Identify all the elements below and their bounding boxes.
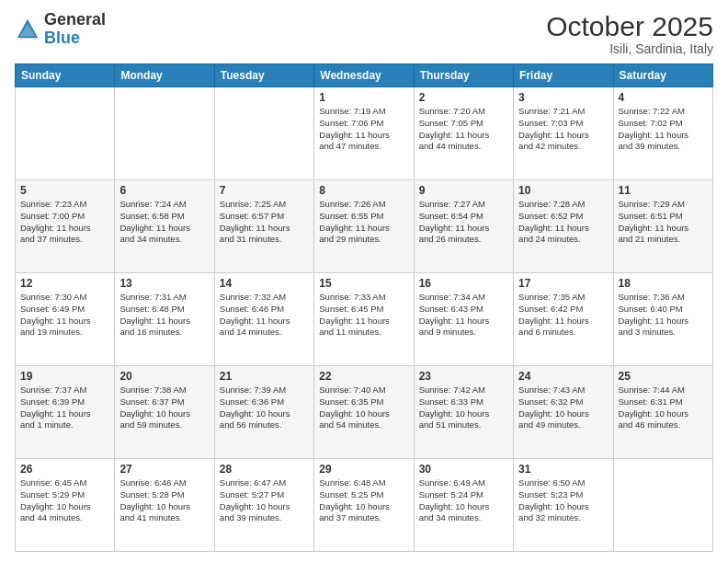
day-number: 19 <box>20 370 109 383</box>
calendar-cell: 30Sunrise: 6:49 AM Sunset: 5:24 PM Dayli… <box>414 459 513 552</box>
calendar-cell: 26Sunrise: 6:45 AM Sunset: 5:29 PM Dayli… <box>16 459 115 552</box>
calendar-cell: 10Sunrise: 7:28 AM Sunset: 6:52 PM Dayli… <box>514 180 613 273</box>
day-number: 6 <box>119 184 209 197</box>
day-info: Sunrise: 7:29 AM Sunset: 6:51 PM Dayligh… <box>619 199 708 246</box>
calendar-cell: 17Sunrise: 7:35 AM Sunset: 6:42 PM Dayli… <box>514 273 613 366</box>
calendar-cell: 5Sunrise: 7:23 AM Sunset: 7:00 PM Daylig… <box>16 180 115 273</box>
calendar-cell: 31Sunrise: 6:50 AM Sunset: 5:23 PM Dayli… <box>514 459 613 552</box>
calendar-cell: 14Sunrise: 7:32 AM Sunset: 6:46 PM Dayli… <box>214 273 313 366</box>
day-number: 17 <box>518 277 608 290</box>
calendar-cell: 21Sunrise: 7:39 AM Sunset: 6:36 PM Dayli… <box>214 366 313 459</box>
day-number: 28 <box>220 463 309 476</box>
calendar-cell: 2Sunrise: 7:20 AM Sunset: 7:05 PM Daylig… <box>414 87 513 180</box>
calendar-cell <box>613 459 712 552</box>
day-info: Sunrise: 7:19 AM Sunset: 7:06 PM Dayligh… <box>319 106 408 153</box>
logo: General Blue <box>15 11 106 48</box>
day-info: Sunrise: 6:50 AM Sunset: 5:23 PM Dayligh… <box>518 477 608 524</box>
logo-icon <box>15 17 40 42</box>
calendar-cell: 29Sunrise: 6:48 AM Sunset: 5:25 PM Dayli… <box>314 459 414 552</box>
day-info: Sunrise: 7:31 AM Sunset: 6:48 PM Dayligh… <box>119 292 209 339</box>
calendar-cell: 9Sunrise: 7:27 AM Sunset: 6:54 PM Daylig… <box>414 180 513 273</box>
day-info: Sunrise: 7:40 AM Sunset: 6:35 PM Dayligh… <box>319 385 408 431</box>
day-info: Sunrise: 7:39 AM Sunset: 6:36 PM Dayligh… <box>220 385 309 431</box>
day-info: Sunrise: 7:37 AM Sunset: 6:39 PM Dayligh… <box>20 385 109 431</box>
day-number: 9 <box>419 184 508 197</box>
calendar-header-saturday: Saturday <box>613 64 712 87</box>
calendar-header-friday: Friday <box>514 64 613 87</box>
calendar-cell: 16Sunrise: 7:34 AM Sunset: 6:43 PM Dayli… <box>414 273 513 366</box>
calendar-cell: 12Sunrise: 7:30 AM Sunset: 6:49 PM Dayli… <box>16 273 115 366</box>
day-number: 8 <box>319 184 408 197</box>
calendar-cell: 15Sunrise: 7:33 AM Sunset: 6:45 PM Dayli… <box>314 273 414 366</box>
day-number: 4 <box>619 91 708 104</box>
day-info: Sunrise: 7:32 AM Sunset: 6:46 PM Dayligh… <box>220 292 309 339</box>
calendar-cell: 1Sunrise: 7:19 AM Sunset: 7:06 PM Daylig… <box>314 87 414 180</box>
day-number: 13 <box>119 277 209 290</box>
day-info: Sunrise: 7:22 AM Sunset: 7:02 PM Dayligh… <box>619 106 708 153</box>
day-info: Sunrise: 7:38 AM Sunset: 6:37 PM Dayligh… <box>119 385 209 431</box>
day-info: Sunrise: 7:36 AM Sunset: 6:40 PM Dayligh… <box>619 292 708 339</box>
calendar: SundayMondayTuesdayWednesdayThursdayFrid… <box>15 63 713 552</box>
day-number: 25 <box>619 370 708 383</box>
day-number: 21 <box>220 370 309 383</box>
day-number: 31 <box>518 463 608 476</box>
day-info: Sunrise: 7:33 AM Sunset: 6:45 PM Dayligh… <box>319 292 408 339</box>
day-number: 10 <box>518 184 608 197</box>
calendar-header-sunday: Sunday <box>16 64 115 87</box>
calendar-cell: 20Sunrise: 7:38 AM Sunset: 6:37 PM Dayli… <box>115 366 214 459</box>
calendar-cell: 19Sunrise: 7:37 AM Sunset: 6:39 PM Dayli… <box>16 366 115 459</box>
logo-text: General Blue <box>44 11 106 48</box>
calendar-header-monday: Monday <box>115 64 214 87</box>
day-info: Sunrise: 7:24 AM Sunset: 6:58 PM Dayligh… <box>119 199 209 246</box>
calendar-header-wednesday: Wednesday <box>314 64 414 87</box>
day-info: Sunrise: 7:23 AM Sunset: 7:00 PM Dayligh… <box>20 199 109 246</box>
day-number: 12 <box>20 277 109 290</box>
day-info: Sunrise: 7:28 AM Sunset: 6:52 PM Dayligh… <box>518 199 608 246</box>
day-number: 24 <box>518 370 608 383</box>
day-info: Sunrise: 7:25 AM Sunset: 6:57 PM Dayligh… <box>220 199 309 246</box>
calendar-cell: 8Sunrise: 7:26 AM Sunset: 6:55 PM Daylig… <box>314 180 414 273</box>
calendar-cell <box>115 87 214 180</box>
calendar-cell: 22Sunrise: 7:40 AM Sunset: 6:35 PM Dayli… <box>314 366 414 459</box>
calendar-cell: 23Sunrise: 7:42 AM Sunset: 6:33 PM Dayli… <box>414 366 513 459</box>
day-info: Sunrise: 6:48 AM Sunset: 5:25 PM Dayligh… <box>319 477 408 524</box>
day-number: 27 <box>119 463 209 476</box>
header: General Blue October 2025 Isili, Sardini… <box>15 11 713 56</box>
calendar-header-row: SundayMondayTuesdayWednesdayThursdayFrid… <box>16 64 713 87</box>
day-info: Sunrise: 7:34 AM Sunset: 6:43 PM Dayligh… <box>419 292 508 339</box>
day-number: 14 <box>220 277 309 290</box>
day-info: Sunrise: 7:35 AM Sunset: 6:42 PM Dayligh… <box>518 292 608 339</box>
calendar-cell: 7Sunrise: 7:25 AM Sunset: 6:57 PM Daylig… <box>214 180 313 273</box>
calendar-cell: 27Sunrise: 6:46 AM Sunset: 5:28 PM Dayli… <box>115 459 214 552</box>
day-number: 1 <box>319 91 408 104</box>
calendar-cell: 24Sunrise: 7:43 AM Sunset: 6:32 PM Dayli… <box>514 366 613 459</box>
day-number: 7 <box>220 184 309 197</box>
calendar-cell: 28Sunrise: 6:47 AM Sunset: 5:27 PM Dayli… <box>214 459 313 552</box>
calendar-cell: 11Sunrise: 7:29 AM Sunset: 6:51 PM Dayli… <box>613 180 712 273</box>
day-number: 22 <box>319 370 408 383</box>
calendar-cell <box>16 87 115 180</box>
day-info: Sunrise: 7:42 AM Sunset: 6:33 PM Dayligh… <box>419 385 508 431</box>
calendar-header-tuesday: Tuesday <box>214 64 313 87</box>
page: General Blue October 2025 Isili, Sardini… <box>0 0 728 563</box>
day-info: Sunrise: 7:44 AM Sunset: 6:31 PM Dayligh… <box>619 385 708 431</box>
day-number: 29 <box>319 463 408 476</box>
day-number: 20 <box>119 370 209 383</box>
day-number: 26 <box>20 463 109 476</box>
day-info: Sunrise: 6:45 AM Sunset: 5:29 PM Dayligh… <box>20 477 109 524</box>
day-info: Sunrise: 7:27 AM Sunset: 6:54 PM Dayligh… <box>419 199 508 246</box>
calendar-week-3: 19Sunrise: 7:37 AM Sunset: 6:39 PM Dayli… <box>16 366 713 459</box>
calendar-week-4: 26Sunrise: 6:45 AM Sunset: 5:29 PM Dayli… <box>16 459 713 552</box>
day-number: 15 <box>319 277 408 290</box>
calendar-week-1: 5Sunrise: 7:23 AM Sunset: 7:00 PM Daylig… <box>16 180 713 273</box>
day-info: Sunrise: 7:26 AM Sunset: 6:55 PM Dayligh… <box>319 199 408 246</box>
day-info: Sunrise: 6:47 AM Sunset: 5:27 PM Dayligh… <box>220 477 309 524</box>
day-number: 5 <box>20 184 109 197</box>
day-number: 3 <box>518 91 608 104</box>
calendar-cell: 13Sunrise: 7:31 AM Sunset: 6:48 PM Dayli… <box>115 273 214 366</box>
location-title: Isili, Sardinia, Italy <box>546 41 713 56</box>
calendar-cell <box>214 87 313 180</box>
day-number: 18 <box>619 277 708 290</box>
title-block: October 2025 Isili, Sardinia, Italy <box>546 11 713 56</box>
day-info: Sunrise: 6:49 AM Sunset: 5:24 PM Dayligh… <box>419 477 508 524</box>
